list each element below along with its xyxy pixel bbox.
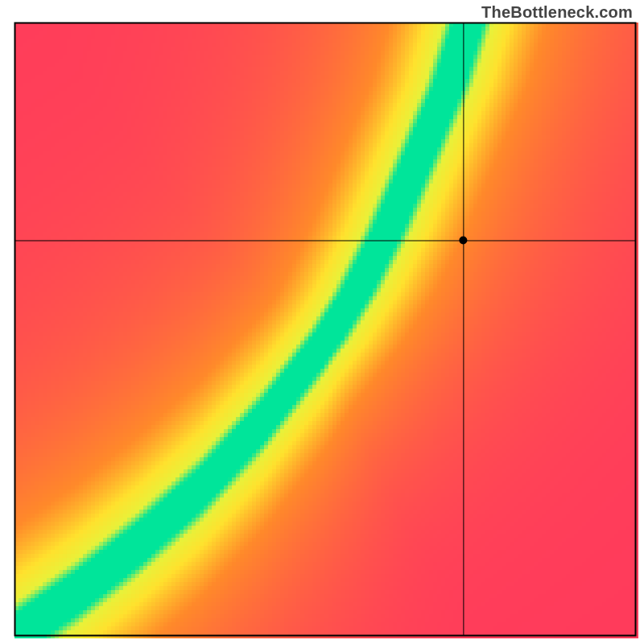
- heatmap-canvas: [0, 0, 644, 644]
- chart-container: TheBottleneck.com: [0, 0, 644, 644]
